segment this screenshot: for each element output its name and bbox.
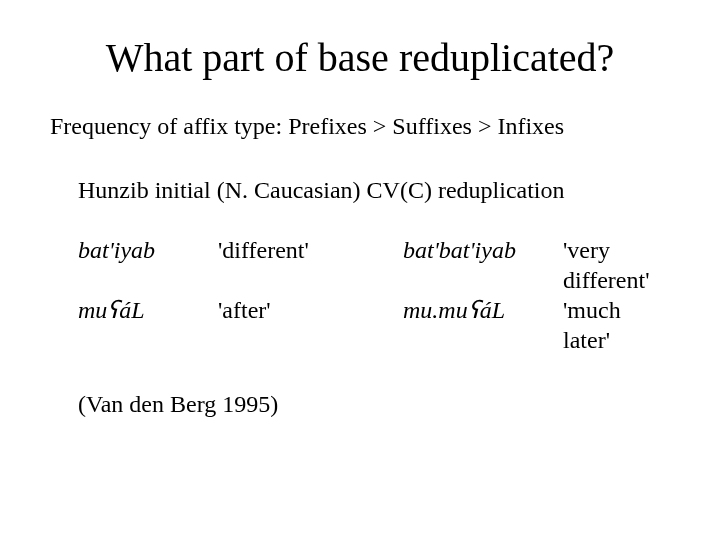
redup-gloss: 'much later' — [563, 295, 670, 355]
table-row: bat'iyab 'different' bat'bat'iyab 'very … — [78, 235, 670, 295]
redup-form: mu.muʕáL — [403, 295, 563, 355]
citation: (Van den Berg 1995) — [78, 389, 670, 419]
base-form: bat'iyab — [78, 235, 218, 295]
base-gloss: 'different' — [218, 235, 403, 295]
examples-table: bat'iyab 'different' bat'bat'iyab 'very … — [78, 235, 670, 355]
language-line: Hunzib initial (N. Caucasian) CV(C) redu… — [78, 175, 670, 205]
base-gloss: 'after' — [218, 295, 403, 355]
base-form: muʕáL — [78, 295, 218, 355]
slide: What part of base reduplicated? Frequenc… — [0, 0, 720, 540]
table-row: muʕáL 'after' mu.muʕáL 'much later' — [78, 295, 670, 355]
redup-form: bat'bat'iyab — [403, 235, 563, 295]
slide-body: Frequency of affix type: Prefixes > Suff… — [0, 91, 720, 419]
slide-title: What part of base reduplicated? — [0, 0, 720, 91]
redup-gloss: 'very different' — [563, 235, 670, 295]
freq-line: Frequency of affix type: Prefixes > Suff… — [50, 111, 670, 141]
